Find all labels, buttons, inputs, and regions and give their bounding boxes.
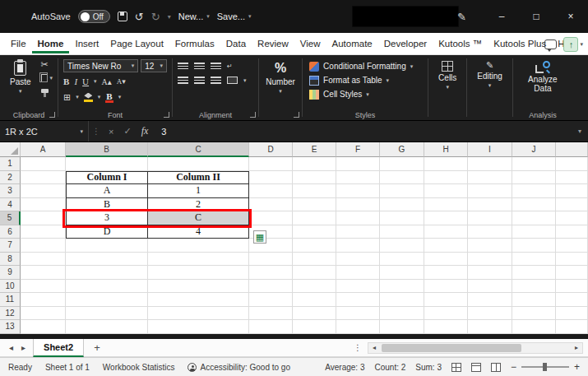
cell-C9[interactable] <box>148 266 249 280</box>
cell-I7[interactable] <box>468 239 512 253</box>
row-header-5[interactable]: 5 <box>0 211 21 225</box>
zoom-slider-thumb[interactable] <box>543 363 547 371</box>
align-left-icon[interactable] <box>178 77 188 84</box>
cell-F8[interactable] <box>336 253 380 267</box>
column-header-J[interactable]: J <box>512 142 556 157</box>
fill-chevron-icon[interactable]: ▾ <box>98 94 101 100</box>
scrollbar-track[interactable] <box>380 343 571 353</box>
align-top-icon[interactable] <box>178 63 188 70</box>
align-middle-icon[interactable] <box>194 63 205 70</box>
cell-C13[interactable] <box>148 320 249 334</box>
row-header-8[interactable]: 8 <box>0 253 21 267</box>
column-header-D[interactable]: D <box>249 142 293 157</box>
quick-access-chevron-icon[interactable]: ▾ <box>168 13 171 21</box>
cells-button[interactable]: Cells ▾ <box>433 59 461 92</box>
cell-B7[interactable] <box>66 239 148 253</box>
cell-G1[interactable] <box>380 157 424 171</box>
cell-J7[interactable] <box>512 239 556 253</box>
cell-E3[interactable] <box>293 184 336 198</box>
font-dialog-launcher-icon[interactable] <box>164 112 169 118</box>
menu-tab-page-layout[interactable]: Page Layout <box>104 35 169 53</box>
cell-E7[interactable] <box>293 239 336 253</box>
document-title[interactable]: New... ▾ <box>178 12 210 21</box>
cell-A3[interactable] <box>21 184 66 198</box>
page-layout-view-button[interactable] <box>471 363 481 372</box>
cell-H12[interactable] <box>424 307 468 321</box>
save-status[interactable]: Save... ▾ <box>217 12 252 21</box>
cell-B8[interactable] <box>66 253 148 267</box>
cell-A8[interactable] <box>21 253 66 267</box>
cell-I1[interactable] <box>468 157 512 171</box>
increase-font-button[interactable]: A▴ <box>102 77 112 86</box>
cell-C1[interactable] <box>148 157 249 171</box>
cell-C5[interactable]: C <box>148 211 249 225</box>
cell-H5[interactable] <box>424 211 468 225</box>
autosave-toggle[interactable]: Off <box>78 10 110 23</box>
cell-H1[interactable] <box>424 157 468 171</box>
align-right-icon[interactable] <box>211 77 221 84</box>
cell-G4[interactable] <box>380 198 424 212</box>
menu-tab-home[interactable]: Home <box>32 35 70 53</box>
row-header-13[interactable]: 13 <box>0 320 21 334</box>
cell-D4[interactable] <box>249 198 293 212</box>
cell-I3[interactable] <box>468 184 512 198</box>
row-header-9[interactable]: 9 <box>0 266 21 280</box>
cell-J1[interactable] <box>512 157 556 171</box>
cell-F11[interactable] <box>336 293 380 307</box>
borders-button[interactable]: ⊞ <box>63 93 71 102</box>
underline-chevron-icon[interactable]: ▾ <box>94 78 97 85</box>
cell-H8[interactable] <box>424 253 468 267</box>
column-header-G[interactable]: G <box>380 142 424 157</box>
merge-chevron-icon[interactable]: ▾ <box>243 77 247 84</box>
format-as-table-button[interactable]: Format as Table ▾ <box>308 73 423 87</box>
cell-A4[interactable] <box>21 198 66 212</box>
comments-icon[interactable] <box>544 39 557 49</box>
cell-H7[interactable] <box>424 239 468 253</box>
cell-F10[interactable] <box>336 280 380 294</box>
cell-J11[interactable] <box>512 293 556 307</box>
cell-J3[interactable] <box>512 184 556 198</box>
menu-tab-data[interactable]: Data <box>220 35 252 53</box>
clipboard-dialog-launcher-icon[interactable] <box>49 112 55 118</box>
search-box-redacted[interactable] <box>352 6 459 27</box>
column-header-I[interactable]: I <box>468 142 512 157</box>
cell-H6[interactable] <box>424 225 468 239</box>
sheet-tab-active[interactable]: Sheet2 <box>33 339 84 357</box>
column-header-B[interactable]: B <box>66 142 148 157</box>
ink-icon[interactable]: ✎ <box>457 11 466 23</box>
merge-center-icon[interactable] <box>227 77 238 84</box>
row-header-7[interactable]: 7 <box>0 239 21 253</box>
cell-A10[interactable] <box>21 280 66 294</box>
cell-E2[interactable] <box>293 171 336 185</box>
cell-C2[interactable]: Column II <box>148 171 249 185</box>
cell-C12[interactable] <box>148 307 249 321</box>
cell-C10[interactable] <box>148 280 249 294</box>
formula-input[interactable]: 3 <box>153 127 174 137</box>
minimize-button[interactable]: – <box>484 0 519 33</box>
font-name-combo[interactable]: Times New Ro ▾ <box>63 59 138 72</box>
column-header-C[interactable]: C <box>148 142 249 157</box>
cell-A13[interactable] <box>21 320 66 334</box>
cell-styles-button[interactable]: Cell Styles ▾ <box>308 87 423 101</box>
menu-tab-developer[interactable]: Developer <box>378 35 433 53</box>
menu-tab-review[interactable]: Review <box>252 35 294 53</box>
cell-D10[interactable] <box>249 280 293 294</box>
quick-analysis-button[interactable]: ▦ <box>253 230 266 244</box>
cell-F4[interactable] <box>336 198 380 212</box>
cell-D1[interactable] <box>249 157 293 171</box>
cell-J12[interactable] <box>512 307 556 321</box>
cell-G10[interactable] <box>380 280 424 294</box>
sheet-nav-left-icon[interactable]: ◂ <box>5 343 17 352</box>
cell-F6[interactable] <box>336 225 380 239</box>
cell-E9[interactable] <box>293 266 336 280</box>
share-button[interactable]: ↑ ▾ <box>563 37 583 52</box>
cell-B10[interactable] <box>66 280 148 294</box>
cell-I8[interactable] <box>468 253 512 267</box>
restore-button[interactable]: □ <box>519 0 553 33</box>
menu-tab-kutools-plus[interactable]: Kutools Plus <box>488 35 552 53</box>
cell-J10[interactable] <box>512 280 556 294</box>
menu-tab-kutools[interactable]: Kutools ™ <box>433 35 488 53</box>
cell-C11[interactable] <box>148 293 249 307</box>
font-size-combo[interactable]: 12 ▾ <box>141 59 167 72</box>
column-header-E[interactable]: E <box>293 142 336 157</box>
